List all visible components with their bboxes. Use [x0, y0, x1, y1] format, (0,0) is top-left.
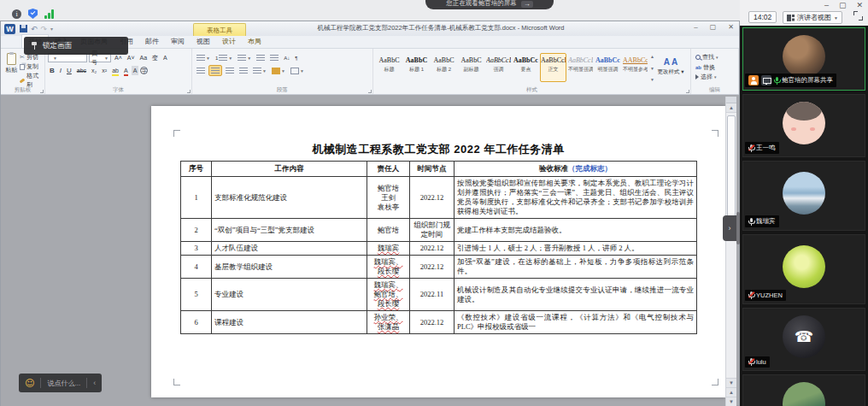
style-item-明显强调[interactable]: AaBbCcDe明显强调	[595, 53, 621, 82]
copy-button[interactable]: 复制	[20, 62, 42, 71]
cell-task[interactable]: 基层教学组织建设	[212, 256, 367, 279]
style-item-标题[interactable]: AaBbC标题	[376, 53, 402, 82]
word-restore-button[interactable]: ▢	[710, 23, 717, 31]
document-heading[interactable]: 机械制造工程系教工党支部 2022 年工作任务清单	[151, 142, 725, 157]
word-minimize-button[interactable]: –	[694, 23, 697, 31]
style-scroll-up-icon[interactable]: ▲	[650, 54, 654, 59]
style-item-标题 2[interactable]: AaBbC标题 2	[431, 53, 457, 82]
cell-task[interactable]: “双创”项目与“三型”党支部建设	[212, 219, 367, 242]
cell-num[interactable]: 6	[181, 311, 212, 334]
styles-dialog-launcher-icon[interactable]	[686, 90, 689, 93]
participant-tile[interactable]: YUZHEN	[742, 234, 865, 304]
numbering-button[interactable]: 1▼	[214, 53, 234, 62]
cell-criteria[interactable]: 引进博士 1 人，硕士 2 人；晋升副教授 1 人，讲师 2 人。	[455, 242, 697, 256]
qat-customize-caret-icon[interactable]: ▾	[50, 26, 53, 32]
network-signal-icon[interactable]	[44, 9, 54, 19]
cell-owner[interactable]: 鲍官培	[367, 219, 410, 242]
previous-page-button[interactable]: ▲	[726, 387, 736, 397]
cell-time[interactable]: 2022.12	[410, 311, 455, 334]
multilevel-list-button[interactable]: ▼	[236, 53, 253, 62]
bullets-button[interactable]: ▼	[195, 53, 212, 62]
enclose-characters-button[interactable]: 字	[140, 67, 148, 74]
cell-criteria[interactable]: 机械设计制造及其自动化专业继续提交专业认证申请，继续推进一流专业建设。	[455, 279, 697, 311]
font-dialog-launcher-icon[interactable]	[187, 90, 191, 93]
cell-time[interactable]: 2022.12	[410, 242, 455, 256]
replace-button[interactable]: ab替换	[695, 63, 734, 72]
increase-indent-button[interactable]	[268, 53, 280, 62]
cell-task[interactable]: 支部标准化规范化建设	[212, 177, 367, 219]
cell-owner[interactable]: 孙业荣、 张潇晶	[367, 311, 410, 334]
bold-button[interactable]: B	[48, 66, 56, 75]
font-color-button[interactable]: A	[122, 66, 130, 76]
cell-task[interactable]: 专业建设	[212, 279, 367, 311]
shield-icon[interactable]	[28, 9, 38, 19]
cell-owner[interactable]: 魏瑞宾、 鲍官培、 段长缨	[367, 279, 410, 311]
chat-collapse-icon[interactable]: ‹	[93, 379, 96, 387]
borders-button[interactable]: ▼	[289, 66, 306, 75]
cell-num[interactable]: 5	[181, 279, 212, 311]
find-button[interactable]: 查找▾	[695, 53, 734, 62]
scroll-down-icon[interactable]: ▼	[726, 378, 736, 387]
cell-owner[interactable]: 鲍官培 王剑 袁枝亭	[367, 177, 410, 219]
style-item-标题 1[interactable]: AaBbC标题 1	[403, 53, 430, 82]
tab-布局[interactable]: 布局	[242, 35, 267, 48]
participant-tile[interactable]	[742, 374, 865, 406]
align-left-button[interactable]	[195, 66, 207, 75]
style-gallery-more-icon[interactable]: ▼	[650, 77, 654, 82]
superscript-button[interactable]: x²	[100, 66, 108, 75]
cell-num[interactable]: 3	[181, 242, 212, 256]
cell-num[interactable]: 1	[181, 177, 212, 219]
next-page-button[interactable]: ▼	[726, 397, 736, 406]
scroll-up-icon[interactable]: ▲	[726, 103, 736, 113]
word-close-button[interactable]: ✕	[728, 23, 734, 31]
paragraph-dialog-launcher-icon[interactable]	[368, 90, 372, 93]
character-border-button[interactable]: A	[161, 53, 169, 62]
cell-task[interactable]: 课程建设	[212, 311, 367, 334]
chat-input-placeholder[interactable]: 说点什么...	[47, 379, 80, 388]
document-area[interactable]: 机械制造工程系教工党支部 2022 年工作任务清单 序号 工作内容 责任人 时间…	[1, 96, 726, 406]
fullscreen-icon[interactable]	[853, 11, 863, 21]
chat-input-pill[interactable]: ☺ 说点什么... ‹	[19, 374, 102, 392]
sort-button[interactable]: A↓	[282, 54, 291, 62]
style-item-不明显参考[interactable]: AABbCcDo不明显参考	[622, 53, 648, 82]
text-highlight-button[interactable]: ab	[110, 66, 120, 76]
tab-视图[interactable]: 视图	[191, 35, 216, 48]
decrease-indent-button[interactable]	[255, 53, 267, 62]
strikethrough-button[interactable]: abc	[75, 66, 88, 75]
participant-tile[interactable]: ☎lulu	[742, 308, 865, 371]
header-owner[interactable]: 责任人	[367, 162, 410, 177]
cell-task[interactable]: 人才队伍建设	[212, 242, 367, 256]
participant-tile[interactable]: 魏瑞宾	[742, 161, 865, 231]
cell-num[interactable]: 4	[181, 256, 212, 279]
header-time[interactable]: 时间节点	[410, 162, 455, 177]
tab-设计[interactable]: 设计	[216, 35, 242, 48]
cell-criteria[interactable]: 党建工作样本支部完成结题验收。	[455, 219, 697, 242]
tab-邮件[interactable]: 邮件	[139, 35, 165, 48]
shading-button[interactable]: ▼	[270, 66, 287, 75]
tab-审阅[interactable]: 审阅	[165, 35, 191, 48]
cell-criteria[interactable]: 按照校党委组织部和宣传部相关要求，制定本系党员、教职工理论学习计划并遵照执行；严…	[455, 177, 697, 219]
minimize-button[interactable]: –	[824, 1, 829, 9]
cell-time[interactable]: 2022.11	[410, 279, 455, 311]
cell-time[interactable]: 2022.12	[410, 177, 455, 219]
cell-criteria[interactable]: 加强“双基”建设，在达标的基础上，补短板，力争多项指标达到示范条件。	[455, 256, 697, 279]
change-case-button[interactable]: Aa	[138, 53, 150, 62]
cell-criteria[interactable]: 《数控技术》建设省级一流课程，《计算方法》和《电气控制技术与 PLC》申报校级或…	[455, 311, 697, 334]
maximize-button[interactable]: ▢	[839, 1, 847, 9]
header-task[interactable]: 工作内容	[212, 162, 367, 177]
close-button[interactable]: ✕	[856, 1, 863, 9]
word-logo-icon[interactable]: W	[4, 24, 15, 34]
screen-share-banner[interactable]: 您正在观看鲍官培的屏幕 →	[425, 0, 554, 9]
cell-time[interactable]: 2022.12	[410, 256, 455, 279]
italic-button[interactable]: I	[58, 66, 63, 75]
cell-owner[interactable]: 魏瑞宾	[367, 242, 410, 256]
participant-tile[interactable]: 王一鸣	[742, 94, 865, 157]
undo-button[interactable]: ↶	[31, 25, 38, 33]
header-criteria[interactable]: 验收标准（完成标志）	[455, 162, 697, 177]
view-mode-button[interactable]: 演讲者视图 ▼	[783, 11, 842, 24]
align-right-button[interactable]	[224, 66, 236, 75]
header-num[interactable]: 序号	[181, 162, 212, 177]
sidebar-collapse-handle[interactable]: ›	[723, 215, 736, 241]
scrollbar-thumb[interactable]	[727, 115, 736, 227]
info-icon[interactable]: i	[12, 9, 21, 19]
